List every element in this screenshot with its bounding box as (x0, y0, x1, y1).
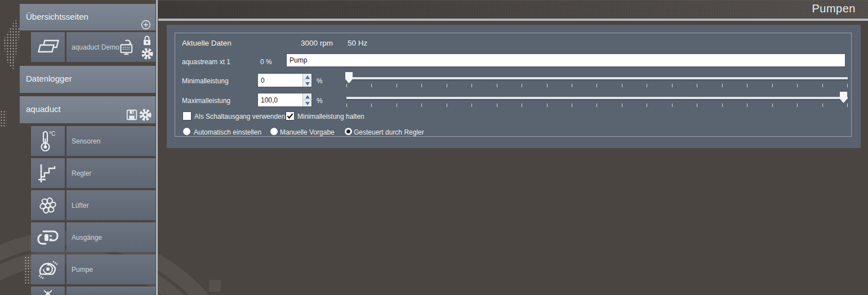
hold-min-power-checkbox[interactable] (286, 112, 294, 120)
thermometer-icon: °C (37, 129, 59, 153)
min-power-slider[interactable] (345, 72, 849, 88)
auto-adjust-radio[interactable] (183, 128, 190, 135)
hold-min-power-checkbox-label[interactable]: Minimalleistung halten (297, 113, 364, 120)
pump-name-input[interactable] (286, 53, 845, 67)
partial-label-box[interactable] (66, 287, 155, 295)
drag-dots-decoration (3, 19, 20, 71)
slider-ticks (346, 104, 848, 107)
min-power-field (257, 73, 312, 87)
max-power-spinner (302, 93, 311, 106)
switch-output-checkbox-label[interactable]: Als Schaltausgang verwenden (194, 113, 285, 120)
gear-icon[interactable] (138, 108, 153, 122)
min-power-label: Minimalleistung (182, 77, 229, 85)
partial-icon-box[interactable] (31, 287, 65, 295)
sidebar-section-overview[interactable]: Übersichtsseiten (20, 4, 155, 30)
pump-channel-label: aquastream xt 1 (182, 58, 230, 66)
controlled-by-regler-radio-label[interactable]: Gesteuert durch Regler (354, 128, 424, 136)
sidebar-section-label: Übersichtsseiten (26, 12, 88, 21)
pump-icon (35, 258, 61, 281)
sidebar-item-label: Ausgänge (72, 234, 102, 242)
slider-ticks (346, 84, 848, 87)
manual-preset-radio[interactable] (270, 128, 278, 135)
luefter-label-box[interactable]: Lüfter (66, 190, 155, 220)
sidebar-item-label: Lüfter (72, 202, 89, 209)
max-power-label: Maximalleistung (182, 97, 230, 105)
triangle-up-icon (305, 75, 310, 79)
current-data-label: Aktuelle Daten (182, 39, 232, 47)
pumpe-icon-box[interactable] (31, 254, 65, 284)
auto-adjust-radio-label[interactable]: Automatisch einstellen (194, 128, 261, 136)
spin-down-button[interactable] (303, 81, 312, 87)
add-page-icon[interactable] (140, 19, 152, 30)
min-power-spinner (302, 74, 311, 87)
svg-text:°C: °C (49, 131, 55, 137)
pump-power-value: 0 % (260, 58, 272, 66)
slider-thumb[interactable] (345, 72, 353, 83)
overview-pages-icon (35, 37, 60, 57)
pumpe-label-box[interactable]: Pumpe (66, 254, 155, 284)
radio-selected-dot (346, 129, 350, 133)
ausgaenge-label-box[interactable]: Ausgänge (66, 222, 155, 252)
sidebar-section-datenlogger[interactable]: Datenlogger (20, 66, 155, 93)
controlled-by-regler-radio[interactable] (345, 128, 352, 135)
switch-output-checkbox[interactable] (183, 112, 191, 120)
gear-icon[interactable] (140, 47, 154, 61)
page-title: Pumpen (812, 2, 856, 15)
app-window: Übersichtsseiten aquaduct Demo (0, 0, 868, 295)
min-power-input[interactable] (258, 74, 302, 87)
spin-up-button[interactable] (303, 74, 312, 80)
sidebar-item-label: Regler (72, 169, 91, 177)
sensoren-label-box[interactable]: Sensoren (66, 126, 155, 156)
slider-track[interactable] (346, 97, 848, 99)
spin-up-button[interactable] (303, 93, 312, 100)
pump-frequency-value: 50 Hz (348, 39, 367, 47)
slider-track[interactable] (346, 77, 848, 79)
spin-down-button[interactable] (303, 100, 312, 106)
regler-label-box[interactable]: Regler (66, 158, 155, 188)
checkmark-icon (286, 112, 294, 120)
overview-page-label: aquaduct Demo (72, 43, 119, 51)
sensoren-icon-box[interactable]: °C (31, 126, 65, 156)
manual-preset-radio-label[interactable]: Manuelle Vorgabe (280, 128, 335, 136)
controller-curve-icon (37, 162, 59, 185)
max-power-input[interactable] (258, 93, 302, 106)
triangle-down-icon (305, 102, 310, 105)
triangle-down-icon (305, 82, 310, 86)
sidebar-item-label: Sensoren (72, 137, 100, 145)
header-divider-line (158, 19, 868, 21)
power-output-icon (35, 227, 60, 248)
overview-page-icon-box[interactable] (31, 32, 65, 62)
luefter-icon-box[interactable] (31, 190, 65, 220)
max-power-unit: % (317, 97, 323, 105)
slider-thumb[interactable] (840, 92, 847, 103)
pump-settings-panel: Aktuelle Daten 3000 rpm 50 Hz aquastream… (175, 33, 852, 137)
fan-icon (35, 193, 60, 218)
lock-icon[interactable] (140, 34, 154, 47)
ausgaenge-icon-box[interactable] (31, 222, 65, 252)
triangle-up-icon (305, 95, 310, 99)
pump-rpm-value: 3000 rpm (301, 39, 333, 47)
max-power-slider[interactable] (345, 92, 849, 108)
sidebar-section-label: Datenlogger (26, 74, 72, 83)
overview-page-label-box[interactable]: aquaduct Demo (66, 32, 155, 62)
main-header-bar: Pumpen (158, 0, 868, 19)
sidebar-section-label: aquaduct (26, 104, 61, 114)
drag-dots-decoration (0, 110, 7, 127)
max-power-field (257, 93, 312, 107)
min-power-unit: % (317, 77, 323, 85)
sidebar: Übersichtsseiten aquaduct Demo (20, 0, 155, 295)
logo-watermark-square (209, 280, 221, 292)
flow-star-icon (40, 289, 56, 295)
show-on-display-icon[interactable] (119, 39, 136, 56)
sidebar-section-aquaduct[interactable]: aquaduct (20, 96, 155, 123)
save-icon[interactable] (126, 109, 138, 121)
sidebar-separator (156, 0, 158, 295)
regler-icon-box[interactable] (31, 158, 65, 188)
sidebar-item-label: Pumpe (72, 266, 93, 274)
